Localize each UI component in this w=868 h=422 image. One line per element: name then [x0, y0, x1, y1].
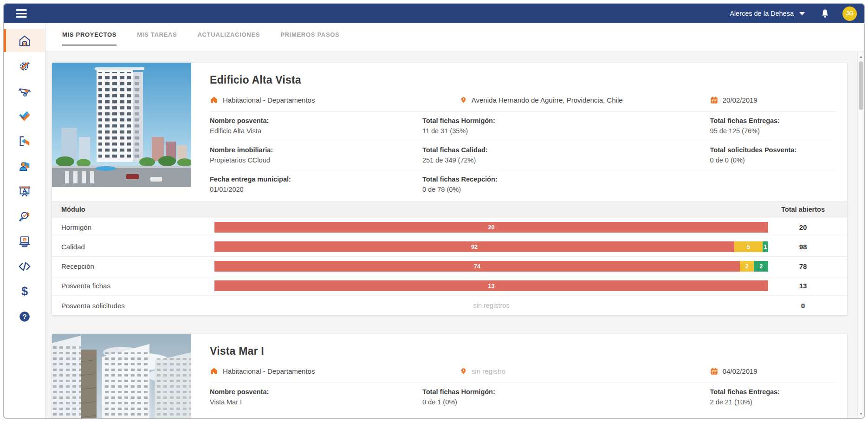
detail-value: 0 de 1 (0%)	[422, 398, 710, 406]
detail-value: 11 de 31 (35%)	[422, 127, 710, 135]
sidebar-item-wheelbarrow[interactable]	[4, 79, 45, 102]
project-photo	[52, 334, 191, 418]
detail-cell: Total fichas Recepción:0 de 78 (0%)	[422, 175, 710, 193]
bar-segment-yellow: 5	[734, 241, 763, 252]
sidebar: $$?	[4, 23, 45, 418]
sidebar-item-dollar[interactable]: $	[4, 280, 45, 303]
notifications-bell-icon[interactable]	[820, 8, 830, 19]
details-row: Fecha entrega municipal:01/01/2020Total …	[210, 170, 835, 199]
detail-cell: Total solicitudes Posventa:0 de 0 (0%)	[710, 146, 835, 164]
detail-value: 0 de 78 (0%)	[422, 186, 710, 193]
detail-label: Total fichas Recepción:	[422, 175, 710, 183]
module-total-abiertos: 20	[768, 223, 838, 231]
sidebar-item-plan-arrow[interactable]	[4, 130, 45, 152]
module-total-abiertos: 13	[768, 282, 838, 290]
person-icon	[18, 159, 32, 173]
detail-label: Total fichas Hormigón:	[422, 388, 710, 396]
sidebar-item-person[interactable]	[4, 155, 45, 177]
magnifier-check-icon	[18, 209, 32, 223]
hamburger-menu-icon[interactable]	[16, 9, 27, 18]
detail-cell: Total fichas Entregas:95 de 125 (76%)	[710, 117, 835, 135]
content-area: Edificio Alta VistaHabitacional - Depart…	[45, 52, 864, 418]
building-type-icon	[210, 367, 218, 375]
project-date-label: 04/02/2019	[723, 367, 758, 375]
details-row: Nombre imobiliaria:Propietarios CCloudTo…	[210, 412, 835, 418]
details-row: Nombre posventa:Vista Mar ITotal fichas …	[210, 383, 835, 412]
tab-mis-proyectos[interactable]: MIS PROYECTOS	[62, 24, 117, 45]
module-name: Hormigón	[61, 223, 214, 231]
svg-text:?: ?	[22, 312, 26, 320]
sidebar-item-magnifier[interactable]	[4, 205, 45, 227]
app-window: Alerces de la Dehesa JG $$? MIS PROYECTO…	[3, 3, 865, 419]
detail-cell: Total fichas Calidad:0 de 35 (0%)	[422, 417, 710, 418]
scrollbar-thumb[interactable]	[859, 61, 863, 110]
total-abiertos-column-header: Total abiertos	[768, 206, 838, 213]
sidebar-item-gear-pencil[interactable]	[4, 54, 45, 77]
project-meta: Habitacional - Departamentossin registro…	[210, 367, 835, 383]
project-info: Vista Mar IHabitacional - Departamentoss…	[191, 334, 847, 418]
details-row: Nombre posventa:Edificio Alta VistaTotal…	[210, 112, 835, 141]
detail-cell: Total solicitudes Posventa:0 de 0 (0%)	[710, 417, 835, 418]
detail-label: Nombre imobiliaria:	[210, 417, 422, 418]
detail-value: Vista Mar I	[210, 398, 422, 406]
home-icon	[18, 34, 32, 48]
detail-label: Total solicitudes Posventa:	[710, 417, 835, 418]
module-total-abiertos: 0	[768, 302, 838, 310]
svg-text:$: $	[21, 285, 27, 298]
user-avatar[interactable]: JG	[842, 6, 857, 21]
project-card[interactable]: Vista Mar IHabitacional - Departamentoss…	[52, 334, 847, 418]
project-card-top: Vista Mar IHabitacional - Departamentoss…	[52, 334, 847, 418]
dollar-icon: $	[18, 285, 32, 299]
detail-label: Total fichas Hormigón:	[422, 117, 710, 124]
tab-primeros-pasos[interactable]: PRIMEROS PASOS	[280, 24, 339, 45]
tab-mis-tareas[interactable]: MIS TAREAS	[137, 24, 177, 45]
detail-cell: Total fichas Entregas:2 de 21 (10%)	[710, 388, 835, 406]
sidebar-item-code[interactable]	[4, 255, 45, 278]
project-date: 20/02/2019	[710, 96, 835, 104]
double-check-icon	[18, 109, 32, 123]
module-bar: 20	[214, 222, 768, 233]
detail-value: 01/01/2020	[210, 186, 422, 193]
project-meta: Habitacional - DepartamentosAvenida Hern…	[210, 96, 835, 112]
detail-value: Edificio Alta Vista	[210, 127, 422, 135]
sidebar-item-double-check[interactable]	[4, 104, 45, 127]
sidebar-item-laptop-dollar[interactable]: $	[4, 230, 45, 253]
location-pin-icon	[460, 368, 467, 375]
module-bar: 7422	[214, 261, 768, 272]
module-row: Calidad925198	[52, 237, 847, 257]
module-name: Calidad	[61, 243, 214, 251]
scroll-up-arrow[interactable]: ▲	[858, 53, 864, 60]
project-selector[interactable]: Alerces de la Dehesa	[730, 10, 805, 17]
scroll-down-arrow[interactable]: ▼	[858, 410, 864, 417]
bar-segment-red: 92	[214, 241, 734, 252]
project-title: Edificio Alta Vista	[210, 74, 835, 86]
module-table-header: MóduloTotal abiertos	[52, 201, 847, 218]
vertical-scrollbar[interactable]: ▲ ▼	[857, 52, 864, 418]
tab-actualizaciones[interactable]: ACTUALIZACIONES	[197, 24, 260, 45]
detail-cell: Total fichas Hormigón:11 de 31 (35%)	[422, 117, 710, 135]
project-category: Habitacional - Departamentos	[210, 367, 460, 375]
main-area: MIS PROYECTOSMIS TAREASACTUALIZACIONESPR…	[45, 23, 864, 418]
detail-label: Total solicitudes Posventa:	[710, 146, 835, 154]
bar-segment-red: 74	[214, 261, 740, 272]
detail-label: Total fichas Entregas:	[710, 388, 835, 396]
calendar-icon	[710, 367, 718, 375]
plan-arrow-icon	[18, 134, 32, 148]
module-bar: 13	[214, 280, 768, 291]
project-address: sin registro	[460, 367, 710, 375]
projects-list: Edificio Alta VistaHabitacional - Depart…	[45, 52, 857, 418]
avatar-initials: JG	[846, 10, 854, 17]
project-card[interactable]: Edificio Alta VistaHabitacional - Depart…	[52, 63, 847, 315]
module-total-abiertos: 98	[768, 243, 838, 251]
project-info: Edificio Alta VistaHabitacional - Depart…	[191, 63, 847, 199]
question-circle-icon: ?	[18, 310, 32, 324]
chevron-down-icon	[799, 12, 805, 15]
module-table: MóduloTotal abiertosHormigón2020Calidad9…	[52, 201, 847, 315]
bar-segment-green: 2	[754, 261, 768, 272]
sidebar-item-home[interactable]	[4, 29, 45, 52]
sidebar-item-easel-compass[interactable]	[4, 180, 45, 202]
sidebar-item-help[interactable]: ?	[4, 305, 45, 328]
detail-value: Propietarios CCloud	[210, 156, 422, 164]
detail-label: Total fichas Calidad:	[422, 417, 710, 418]
project-category: Habitacional - Departamentos	[210, 96, 460, 104]
